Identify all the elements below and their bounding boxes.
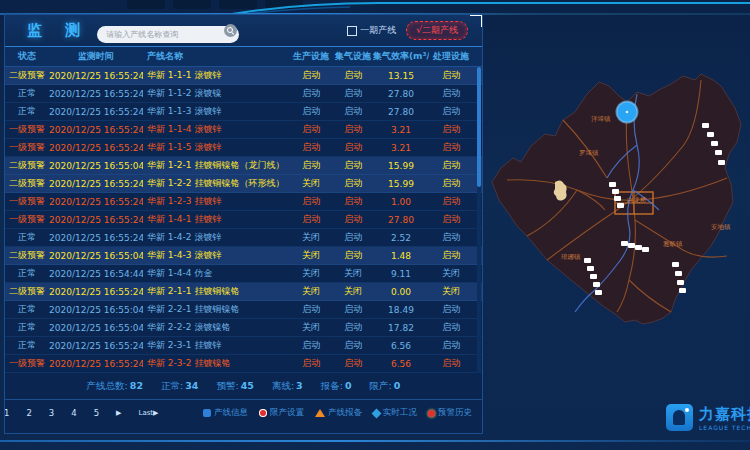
search-input[interactable] [97, 26, 239, 43]
legend-label: 产线报备 [328, 407, 362, 419]
legend-item[interactable]: 预警历史 [428, 407, 472, 419]
page-button[interactable]: 4 [68, 407, 79, 419]
time-cell: 2020/12/25 16:55:24 [49, 287, 143, 297]
map-site-marker[interactable] [675, 271, 682, 276]
table-scrollbar[interactable] [477, 67, 481, 373]
time-cell: 2020/12/25 16:55:24 [49, 233, 143, 243]
map-site-marker[interactable] [614, 196, 621, 201]
city-circle-marker[interactable] [617, 102, 638, 123]
corner-bracket-decoration [470, 14, 483, 27]
logo-icon [666, 404, 693, 431]
efficiency-cell: 18.49 [373, 305, 429, 315]
line-name-cell: 华新 1-1-2 滚镀镍 [143, 87, 289, 100]
table-row[interactable]: 正常2020/12/25 16:55:24华新 1-1-3 滚镀锌启动启动27.… [5, 103, 482, 121]
table-row[interactable]: 一级预警2020/12/25 16:55:24华新 2-3-2 挂镀镍铬启动启动… [5, 355, 482, 373]
next-page-button[interactable]: ▶ [113, 408, 124, 418]
table-row[interactable]: 一级预警2020/12/25 16:55:24华新 1-2-3 挂镀锌启动启动1… [5, 193, 482, 211]
treat-facility-cell: 启动 [429, 213, 473, 226]
summary-value: 34 [185, 380, 198, 391]
map-site-marker[interactable] [595, 290, 602, 295]
map-site-marker[interactable] [590, 274, 597, 279]
line-name-cell: 华新 1-1-1 滚镀锌 [143, 69, 289, 82]
map-site-marker[interactable] [584, 258, 591, 263]
legend-item[interactable]: 限产设置 [259, 407, 304, 419]
map-site-marker[interactable] [702, 123, 709, 128]
gas-facility-cell: 启动 [333, 213, 373, 226]
prod-facility-cell: 关闭 [289, 177, 333, 190]
efficiency-cell: 2.52 [373, 233, 429, 243]
page-button[interactable]: 5 [91, 407, 102, 419]
scrollbar-thumb[interactable] [477, 67, 481, 187]
legend-item[interactable]: 产线报备 [315, 407, 362, 419]
map-place-label: 安地镇 [711, 223, 731, 231]
column-header: 集气设施 [333, 50, 373, 63]
map-site-marker[interactable] [628, 243, 635, 248]
table-row[interactable]: 正常2020/12/25 16:55:24华新 1-1-2 滚镀镍启动启动27.… [5, 85, 482, 103]
last-page-button[interactable]: Last▶ [136, 408, 162, 418]
table-row[interactable]: 二级预警2020/12/25 16:55:04华新 1-2-1 挂镀铜镍铬（龙门… [5, 157, 482, 175]
map-site-marker[interactable] [679, 288, 686, 293]
table-row[interactable]: 二级预警2020/12/25 16:55:04华新 1-4-3 滚镀锌关闭启动1… [5, 247, 482, 265]
checkbox-icon [347, 26, 357, 36]
status-cell: 正常 [5, 231, 49, 244]
summary-value: 3 [296, 380, 303, 391]
map-site-marker[interactable] [711, 141, 718, 146]
legend-item[interactable]: 实时工况 [373, 407, 417, 419]
table-row[interactable]: 正常2020/12/25 16:55:24华新 1-4-2 滚镀锌关闭启动2.5… [5, 229, 482, 247]
efficiency-cell: 0.00 [373, 287, 429, 297]
map-site-marker[interactable] [707, 132, 714, 137]
region-map[interactable]: 洋埠镇罗埠镇白龙桥安地镇琅琊镇雅畈镇 [487, 50, 749, 398]
legend-item[interactable]: 产线信息 [203, 407, 248, 419]
gas-facility-cell: 启动 [333, 141, 373, 154]
table-row[interactable]: 一级预警2020/12/25 16:55:24华新 1-4-1 挂镀锌启动启动2… [5, 211, 482, 229]
page-button[interactable]: 2 [23, 407, 34, 419]
map-site-marker[interactable] [609, 182, 616, 187]
line-name-cell: 华新 1-2-1 挂镀铜镍铬（龙门线） [143, 159, 289, 172]
phase2-button[interactable]: √二期产线 [406, 21, 468, 40]
gas-facility-cell: 启动 [333, 321, 373, 334]
map-site-marker[interactable] [587, 266, 594, 271]
legend-label: 限产设置 [270, 407, 304, 419]
table-row[interactable]: 正常2020/12/25 16:54:44华新 1-4-4 仿金关闭关闭9.11… [5, 265, 482, 283]
gas-facility-cell: 启动 [333, 339, 373, 352]
table-row[interactable]: 正常2020/12/25 16:55:24华新 2-3-1 挂镀锌启动启动6.5… [5, 337, 482, 355]
footer-legend: 产线信息限产设置产线报备实时工况预警历史 [203, 407, 472, 419]
line-name-cell: 华新 1-1-5 滚镀锌 [143, 141, 289, 154]
summary-item: 报备:0 [321, 380, 352, 393]
map-site-marker[interactable] [715, 150, 722, 155]
efficiency-cell: 27.80 [373, 89, 429, 99]
map-site-marker[interactable] [718, 160, 725, 165]
status-cell: 一级预警 [5, 141, 49, 154]
prod-facility-cell: 启动 [289, 105, 333, 118]
map-site-marker[interactable] [593, 282, 600, 287]
prod-facility-cell: 启动 [289, 357, 333, 370]
table-row[interactable]: 二级预警2020/12/25 16:55:24华新 1-2-2 挂镀铜镍铬（环形… [5, 175, 482, 193]
time-cell: 2020/12/25 16:55:24 [49, 71, 143, 81]
page-button[interactable]: 3 [46, 407, 57, 419]
treat-facility-cell: 关闭 [429, 285, 473, 298]
time-cell: 2020/12/25 16:55:04 [49, 251, 143, 261]
map-site-marker[interactable] [617, 203, 624, 208]
table-row[interactable]: 正常2020/12/25 16:55:04华新 2-2-1 挂镀铜镍铬启动启动1… [5, 301, 482, 319]
page-button[interactable]: 1 [4, 407, 12, 419]
map-site-marker[interactable] [642, 247, 649, 252]
phase1-checkbox[interactable]: 一期产线 [347, 24, 396, 37]
map-site-marker[interactable] [672, 262, 679, 267]
table-row[interactable]: 二级预警2020/12/25 16:55:24华新 2-1-1 挂镀铜镍铬关闭关… [5, 283, 482, 301]
column-header: 监测时间 [49, 50, 143, 63]
efficiency-cell: 15.99 [373, 161, 429, 171]
map-site-marker[interactable] [621, 241, 628, 246]
time-cell: 2020/12/25 16:55:24 [49, 359, 143, 369]
map-site-marker[interactable] [635, 245, 642, 250]
table-row[interactable]: 一级预警2020/12/25 16:55:24华新 1-1-4 滚镀锌启动启动3… [5, 121, 482, 139]
table-row[interactable]: 二级预警2020/12/25 16:55:24华新 1-1-1 滚镀锌启动启动1… [5, 67, 482, 85]
table-row[interactable]: 正常2020/12/25 16:55:04华新 2-2-2 滚镀镍铬关闭启动17… [5, 319, 482, 337]
table-row[interactable]: 一级预警2020/12/25 16:55:24华新 1-1-5 滚镀锌启动启动3… [5, 139, 482, 157]
gas-facility-cell: 启动 [333, 123, 373, 136]
map-site-marker[interactable] [612, 189, 619, 194]
gas-facility-cell: 关闭 [333, 285, 373, 298]
status-cell: 一级预警 [5, 357, 49, 370]
map-site-marker[interactable] [677, 280, 684, 285]
column-header: 产线名称 [143, 50, 289, 63]
time-cell: 2020/12/25 16:55:24 [49, 125, 143, 135]
